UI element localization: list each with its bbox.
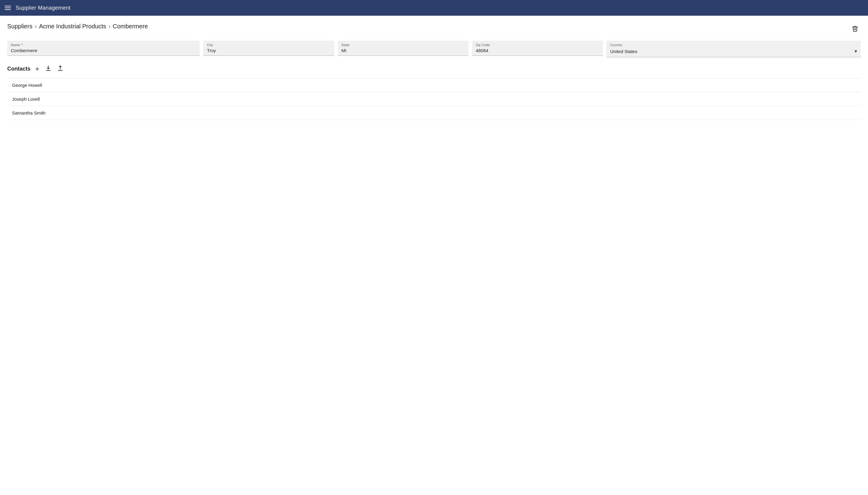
contact-name: George Howell <box>12 83 42 88</box>
main-content: Suppliers › Acme Industrial Products › C… <box>0 16 868 495</box>
fields-row: Name City State Zip Code Country United … <box>7 41 861 57</box>
hamburger-icon[interactable] <box>5 6 11 10</box>
breadcrumb: Suppliers › Acme Industrial Products › C… <box>7 23 148 30</box>
city-input[interactable] <box>207 48 331 53</box>
name-input[interactable] <box>11 48 196 53</box>
contacts-section: Contacts + George Howe <box>7 65 861 120</box>
chevron-down-icon: ▾ <box>854 48 857 54</box>
country-field: Country United States ▾ <box>606 41 861 57</box>
delete-button[interactable] <box>849 23 861 36</box>
contact-name: Joseph Lovell <box>12 97 40 102</box>
top-nav: Supplier Management <box>0 0 868 16</box>
state-input[interactable] <box>341 48 465 53</box>
contacts-header: Contacts + <box>7 65 861 73</box>
country-label: Country <box>610 43 857 47</box>
breadcrumb-combermere[interactable]: Combermere <box>113 23 148 30</box>
city-field: City <box>203 41 334 56</box>
list-item[interactable]: Samantha Smith <box>7 106 861 120</box>
zip-field: Zip Code <box>472 41 603 56</box>
breadcrumb-sep-2: › <box>108 23 111 30</box>
zip-input[interactable] <box>475 48 599 53</box>
list-item[interactable]: George Howell <box>7 78 861 92</box>
contact-list: George Howell Joseph Lovell Samantha Smi… <box>7 78 861 120</box>
app-title: Supplier Management <box>16 5 70 11</box>
list-item[interactable]: Joseph Lovell <box>7 92 861 106</box>
state-label: State <box>341 43 465 47</box>
add-contact-button[interactable]: + <box>34 66 40 72</box>
download-button[interactable] <box>44 65 52 73</box>
contacts-title: Contacts <box>7 66 31 72</box>
name-label: Name <box>11 43 196 47</box>
upload-button[interactable] <box>56 65 65 73</box>
header-row: Suppliers › Acme Industrial Products › C… <box>7 23 861 36</box>
country-value: United States <box>610 49 854 54</box>
zip-label: Zip Code <box>475 43 599 47</box>
breadcrumb-sep-1: › <box>35 23 36 30</box>
city-label: City <box>207 43 331 47</box>
name-field: Name <box>7 41 200 56</box>
breadcrumb-acme[interactable]: Acme Industrial Products <box>39 23 106 30</box>
contact-name: Samantha Smith <box>12 110 46 116</box>
country-select-wrapper[interactable]: United States ▾ <box>610 48 857 54</box>
breadcrumb-suppliers[interactable]: Suppliers <box>7 23 32 30</box>
state-field: State <box>338 41 469 56</box>
